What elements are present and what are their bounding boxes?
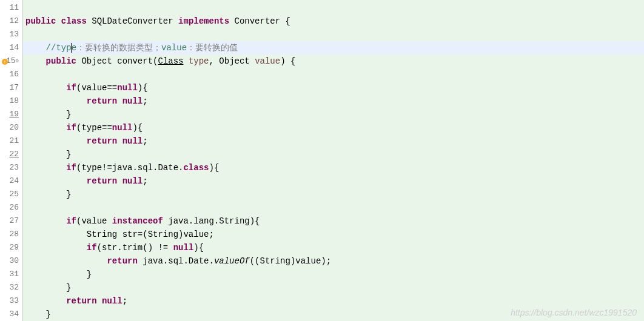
line-number: 21 <box>0 134 22 148</box>
line-number: 23 <box>0 161 22 174</box>
code-line[interactable]: } <box>23 108 644 121</box>
line-number: 31 <box>0 268 22 281</box>
code-line[interactable]: if(type!=java.sql.Date.class){ <box>23 161 644 174</box>
line-number: 11 <box>0 1 22 15</box>
line-number: 26 <box>0 201 22 214</box>
line-number: 27 <box>0 214 22 228</box>
line-number: 33 <box>0 294 22 308</box>
code-line[interactable]: public class SQLDateConverter implements… <box>23 15 644 28</box>
svg-text:!: ! <box>4 59 7 65</box>
line-number: 24 <box>0 174 22 188</box>
code-line[interactable]: public Object convert(Class type, Object… <box>23 55 644 68</box>
line-number: 30 <box>0 254 22 268</box>
code-line[interactable]: if(type==null){ <box>23 121 644 134</box>
line-number: 14 <box>0 41 22 55</box>
line-number: 13 <box>0 28 22 41</box>
line-number: 20 <box>0 121 22 134</box>
code-line[interactable]: if(value==null){ <box>23 81 644 94</box>
line-number: 29 <box>0 241 22 254</box>
line-number: 19 <box>0 108 22 121</box>
line-number: 16 <box>0 68 22 81</box>
line-number: 12 <box>0 15 22 28</box>
code-line[interactable]: } <box>23 148 644 161</box>
code-line[interactable]: return null; <box>23 174 644 188</box>
line-number: 18 <box>0 94 22 108</box>
line-number: 28 <box>0 228 22 241</box>
line-number: 17 <box>0 81 22 94</box>
code-editor[interactable]: 11 12 13 14 !15⊖ 16 17 18 19 20 21 22 23… <box>0 0 644 321</box>
line-number: 34 <box>0 308 22 321</box>
code-line[interactable]: return null; <box>23 94 644 108</box>
line-number: 32 <box>0 281 22 294</box>
line-gutter: 11 12 13 14 !15⊖ 16 17 18 19 20 21 22 23… <box>0 0 23 321</box>
code-line[interactable] <box>23 1 644 15</box>
code-line[interactable] <box>23 201 644 214</box>
code-line[interactable]: return null; <box>23 294 644 308</box>
line-number: 25 <box>0 188 22 201</box>
code-line[interactable]: return java.sql.Date.valueOf((String)val… <box>23 254 644 268</box>
code-line[interactable]: } <box>23 268 644 281</box>
code-line[interactable] <box>23 68 644 81</box>
watermark-text: https://blog.csdn.net/wzc1991520 <box>511 308 637 317</box>
line-number: 22 <box>0 148 22 161</box>
code-line[interactable]: return null; <box>23 134 644 148</box>
code-line-current[interactable]: //type：要转换的数据类型；value：要转换的值 <box>23 41 644 55</box>
warning-marker-icon: ! <box>1 57 8 64</box>
code-line[interactable]: } <box>23 188 644 201</box>
code-line[interactable]: } <box>23 281 644 294</box>
code-line[interactable]: String str=(String)value; <box>23 228 644 241</box>
code-line[interactable] <box>23 28 644 41</box>
code-content[interactable]: public class SQLDateConverter implements… <box>23 0 644 321</box>
line-number: !15⊖ <box>0 55 22 68</box>
code-line[interactable]: if(str.trim() != null){ <box>23 241 644 254</box>
code-line[interactable]: if(value instanceof java.lang.String){ <box>23 214 644 228</box>
